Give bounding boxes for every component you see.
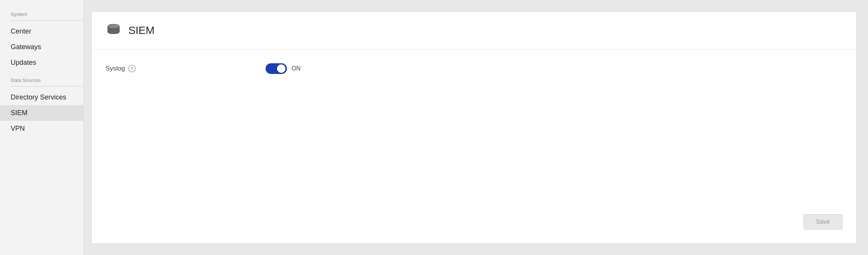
panel-title: SIEM <box>128 24 154 37</box>
save-button[interactable]: Save <box>804 214 842 229</box>
sidebar-item-updates[interactable]: Updates <box>0 55 83 71</box>
sidebar-system-label: System <box>0 11 83 19</box>
svg-point-3 <box>108 30 119 34</box>
syslog-help-icon[interactable]: ? <box>128 65 136 72</box>
toggle-state-label: ON <box>291 65 301 72</box>
syslog-toggle[interactable] <box>266 63 287 74</box>
panel-header: SIEM <box>92 12 856 50</box>
syslog-label-container: Syslog ? <box>106 65 235 72</box>
sidebar: System Center Gateways Updates Data Sour… <box>0 0 84 255</box>
syslog-row: Syslog ? ON <box>106 63 842 74</box>
sidebar-item-directory-services[interactable]: Directory Services <box>0 90 83 105</box>
sidebar-item-siem[interactable]: SIEM <box>0 105 83 121</box>
svg-point-4 <box>108 24 119 29</box>
sidebar-data-sources-label: Data Sources <box>0 77 83 85</box>
sidebar-item-gateways[interactable]: Gateways <box>0 39 83 55</box>
siem-panel: SIEM Syslog ? ON Save <box>91 11 857 244</box>
syslog-toggle-container: ON <box>266 63 301 74</box>
main-content: SIEM Syslog ? ON Save <box>84 0 868 255</box>
panel-body: Syslog ? ON Save <box>92 50 856 243</box>
database-icon <box>106 22 122 38</box>
sidebar-system-divider <box>11 20 83 21</box>
toggle-knob <box>277 64 285 73</box>
sidebar-data-sources-divider <box>11 86 83 87</box>
sidebar-item-center[interactable]: Center <box>0 24 83 39</box>
sidebar-gap <box>0 71 83 77</box>
syslog-label-text: Syslog <box>106 65 125 72</box>
panel-footer: Save <box>106 214 842 229</box>
sidebar-item-vpn[interactable]: VPN <box>0 121 83 136</box>
